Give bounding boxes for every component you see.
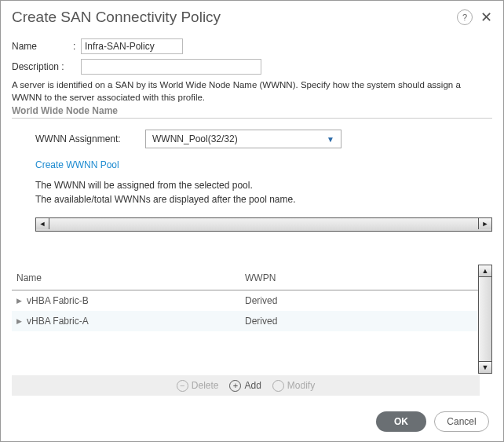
create-wwnn-pool-link[interactable]: Create WWNN Pool [35, 159, 492, 170]
modify-icon [272, 380, 284, 392]
chevron-down-icon: ▼ [327, 135, 334, 144]
wwnn-assignment-area: WWNN Assignment: WWNN_Pool(32/32) ▼ Crea… [12, 130, 492, 232]
name-input[interactable] [81, 38, 183, 54]
row-name: vHBA Fabric-B [27, 295, 89, 306]
table-row[interactable]: ▶vHBA Fabric-A Derived [12, 311, 478, 331]
expand-icon[interactable]: ▶ [16, 297, 22, 305]
name-label: Name [12, 41, 73, 52]
cancel-button[interactable]: Cancel [434, 411, 489, 432]
wwnn-assignment-label: WWNN Assignment: [35, 133, 145, 144]
scroll-down-button[interactable]: ▼ [479, 361, 491, 373]
add-action[interactable]: + Add [229, 380, 261, 392]
description-label: Description : [12, 61, 81, 72]
titlebar: Create SAN Connectivity Policy ? ✕ [1, 1, 503, 31]
vhba-table: Name WWPN ▶vHBA Fabric-B Derived ▶vHBA F… [12, 265, 478, 374]
scroll-up-button[interactable]: ▲ [479, 265, 491, 277]
divider [12, 118, 492, 119]
name-row: Name : [12, 38, 492, 54]
ok-button[interactable]: OK [376, 411, 426, 432]
vertical-scrollbar[interactable]: ▲ ▼ [478, 265, 492, 374]
description-row: Description : [12, 59, 492, 75]
vhba-table-area: Name WWPN ▶vHBA Fabric-B Derived ▶vHBA F… [12, 265, 492, 374]
description-input[interactable] [81, 59, 261, 75]
modify-action: Modify [272, 380, 315, 392]
dialog-footer: OK Cancel [1, 402, 503, 441]
dialog-title: Create SAN Connectivity Policy [12, 9, 457, 26]
delete-icon: − [177, 380, 188, 392]
wwnn-assignment-selected: WWNN_Pool(32/32) [152, 133, 238, 144]
close-icon: ✕ [480, 9, 492, 25]
table-header: Name WWPN [12, 265, 478, 290]
row-wwpn: Derived [245, 316, 473, 327]
row-wwpn: Derived [245, 295, 473, 306]
help-button[interactable]: ? [457, 9, 473, 25]
help-icon: ? [462, 13, 467, 22]
column-header-name[interactable]: Name [16, 272, 245, 283]
info-text: A server is identified on a SAN by its W… [12, 79, 492, 104]
scroll-right-button[interactable]: ► [478, 218, 491, 229]
row-name: vHBA Fabric-A [27, 316, 89, 327]
wwnn-assignment-dropdown[interactable]: WWNN_Pool(32/32) ▼ [145, 130, 341, 148]
horizontal-scrollbar[interactable]: ◄ ► [35, 217, 492, 232]
wwnn-assignment-row: WWNN Assignment: WWNN_Pool(32/32) ▼ [35, 130, 492, 148]
section-header-wwnn: World Wide Node Name [12, 105, 492, 116]
delete-action: − Delete [177, 380, 219, 392]
wwnn-note-2: The available/total WWNNs are displayed … [35, 192, 492, 206]
scroll-left-button[interactable]: ◄ [36, 218, 49, 229]
table-row[interactable]: ▶vHBA Fabric-B Derived [12, 290, 478, 311]
create-san-connectivity-policy-dialog: Create SAN Connectivity Policy ? ✕ Name … [0, 0, 504, 442]
add-icon: + [229, 380, 241, 392]
column-header-wwpn[interactable]: WWPN [245, 272, 473, 283]
expand-icon[interactable]: ▶ [16, 317, 22, 325]
wwnn-note-1: The WWNN will be assigned from the selec… [35, 178, 492, 192]
table-action-bar: − Delete + Add Modify [12, 375, 480, 396]
close-button[interactable]: ✕ [480, 10, 492, 24]
dialog-body: Name : Description : A server is identif… [1, 31, 503, 232]
